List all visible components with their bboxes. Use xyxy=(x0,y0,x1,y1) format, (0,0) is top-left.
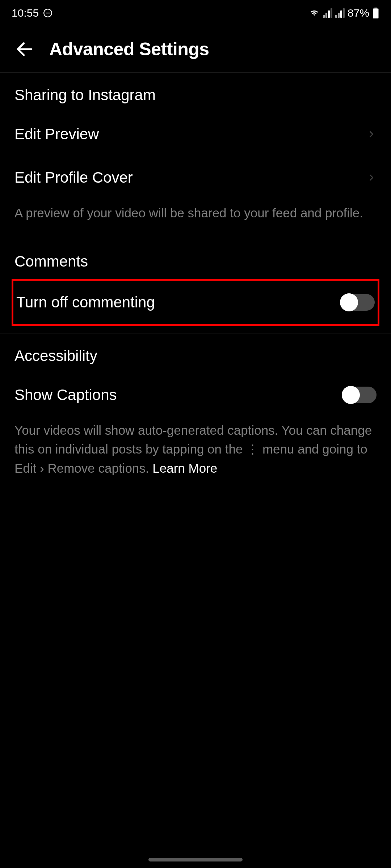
edit-preview-label: Edit Preview xyxy=(14,125,99,143)
toggle-thumb xyxy=(340,293,358,311)
status-time: 10:55 xyxy=(12,7,39,19)
section-header-accessibility: Accessibility xyxy=(0,333,391,373)
sharing-helper-text: A preview of your video will be shared t… xyxy=(0,199,391,239)
back-button[interactable] xyxy=(14,39,35,59)
toggle-thumb xyxy=(342,386,360,404)
battery-icon xyxy=(372,8,379,18)
section-header-sharing: Sharing to Instagram xyxy=(0,73,391,112)
edit-preview-row[interactable]: Edit Preview xyxy=(0,112,391,156)
turn-off-commenting-label: Turn off commenting xyxy=(16,294,155,311)
section-header-comments: Comments xyxy=(0,239,391,279)
show-captions-row[interactable]: Show Captions xyxy=(0,373,391,417)
edit-profile-cover-row[interactable]: Edit Profile Cover xyxy=(0,156,391,199)
show-captions-label: Show Captions xyxy=(14,386,117,404)
edit-profile-cover-label: Edit Profile Cover xyxy=(14,169,133,186)
page-title: Advanced Settings xyxy=(49,39,209,60)
dnd-icon xyxy=(43,8,52,18)
show-captions-toggle[interactable] xyxy=(343,387,377,403)
turn-off-commenting-row[interactable]: Turn off commenting xyxy=(13,281,378,324)
svg-rect-2 xyxy=(374,8,377,9)
status-left: 10:55 xyxy=(12,7,52,19)
learn-more-link[interactable]: Learn More xyxy=(152,461,217,475)
battery-percent: 87% xyxy=(348,7,369,19)
svg-rect-3 xyxy=(373,9,379,19)
navigation-handle[interactable] xyxy=(148,858,243,861)
accessibility-helper-text: Your videos will show auto-generated cap… xyxy=(0,417,391,494)
status-right: 87% xyxy=(308,7,379,19)
highlight-annotation: Turn off commenting xyxy=(12,279,379,326)
turn-off-commenting-toggle[interactable] xyxy=(341,294,375,311)
app-bar: Advanced Settings xyxy=(0,26,391,72)
signal-icon-1 xyxy=(323,8,332,18)
signal-icon-2 xyxy=(335,8,345,18)
wifi-icon xyxy=(308,7,320,19)
chevron-right-icon xyxy=(366,173,377,183)
chevron-right-icon xyxy=(366,129,377,139)
status-bar: 10:55 87% xyxy=(0,0,391,26)
